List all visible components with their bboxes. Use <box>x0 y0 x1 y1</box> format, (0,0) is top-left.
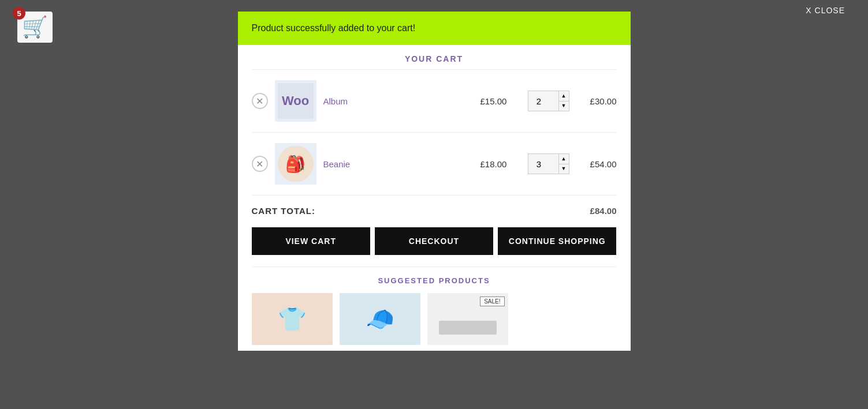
album-qty-down[interactable]: ▼ <box>559 102 569 111</box>
album-quantity-field[interactable] <box>528 91 558 111</box>
remove-beanie-button[interactable]: ✕ <box>252 156 268 172</box>
suggested-item-1[interactable]: 🧢 <box>340 293 420 345</box>
beanie-quantity-arrows: ▲ ▼ <box>558 154 569 174</box>
checkout-button[interactable]: CHECKOUT <box>375 227 493 255</box>
cart-count: 5 <box>13 7 25 20</box>
album-logo-icon: Woo <box>282 93 309 108</box>
cart-item-album: ✕ Woo Album £15.00 ▲ ▼ £30.00 <box>252 70 617 133</box>
suggested-title: SUGGESTED PRODUCTS <box>252 276 617 285</box>
cart-total-value: £84.00 <box>590 206 617 216</box>
suggested-item-2-placeholder <box>439 321 497 335</box>
cart-modal: Product successfully added to your cart!… <box>238 12 631 351</box>
album-total: £30.00 <box>576 96 617 106</box>
beanie-image: 🎒 <box>278 146 314 182</box>
album-thumbnail: Woo <box>275 80 316 122</box>
cart-title: YOUR CART <box>252 45 617 70</box>
cart-badge-wrap: 5 🛒 <box>17 12 53 43</box>
beanie-qty-down[interactable]: ▼ <box>559 164 569 174</box>
beanie-qty-up[interactable]: ▲ <box>559 154 569 164</box>
album-image: Woo <box>278 83 314 119</box>
suggested-section: SUGGESTED PRODUCTS 👕 🧢 SALE! <box>252 267 617 351</box>
continue-shopping-button[interactable]: CONTINUE SHOPPING <box>498 227 616 255</box>
cart-badge[interactable]: 5 🛒 <box>17 12 53 43</box>
beanie-icon: 🎒 <box>285 155 306 174</box>
action-buttons: VIEW CART CHECKOUT CONTINUE SHOPPING <box>252 227 617 267</box>
beanie-price: £18.00 <box>480 159 521 169</box>
success-banner: Product successfully added to your cart! <box>238 12 631 45</box>
suggested-item-1-icon: 🧢 <box>366 306 394 333</box>
beanie-total: £54.00 <box>576 159 617 169</box>
beanie-quantity-field[interactable] <box>528 154 558 174</box>
album-price: £15.00 <box>480 96 521 106</box>
suggested-products: 👕 🧢 SALE! <box>252 293 617 351</box>
cart-total-label: CART TOTAL: <box>252 206 315 216</box>
suggested-item-0[interactable]: 👕 <box>252 293 333 345</box>
album-qty-up[interactable]: ▲ <box>559 91 569 102</box>
beanie-name[interactable]: Beanie <box>323 159 474 169</box>
success-message: Product successfully added to your cart! <box>252 23 416 33</box>
suggested-item-0-icon: 👕 <box>278 306 307 333</box>
album-quantity-arrows: ▲ ▼ <box>558 91 569 111</box>
remove-album-button[interactable]: ✕ <box>252 93 268 109</box>
album-name[interactable]: Album <box>323 96 474 106</box>
close-button[interactable]: X CLOSE <box>806 6 845 15</box>
view-cart-button[interactable]: VIEW CART <box>252 227 370 255</box>
cart-section: YOUR CART ✕ Woo Album £15.00 ▲ ▼ £30.00 <box>238 45 631 351</box>
suggested-item-2[interactable]: SALE! <box>427 293 508 345</box>
sale-badge: SALE! <box>480 297 504 306</box>
beanie-thumbnail: 🎒 <box>275 143 316 185</box>
cart-total-row: CART TOTAL: £84.00 <box>252 196 617 227</box>
album-quantity-input[interactable]: ▲ ▼ <box>528 91 569 111</box>
cart-item-beanie: ✕ 🎒 Beanie £18.00 ▲ ▼ £54.00 <box>252 133 617 196</box>
beanie-quantity-input[interactable]: ▲ ▼ <box>528 153 569 174</box>
